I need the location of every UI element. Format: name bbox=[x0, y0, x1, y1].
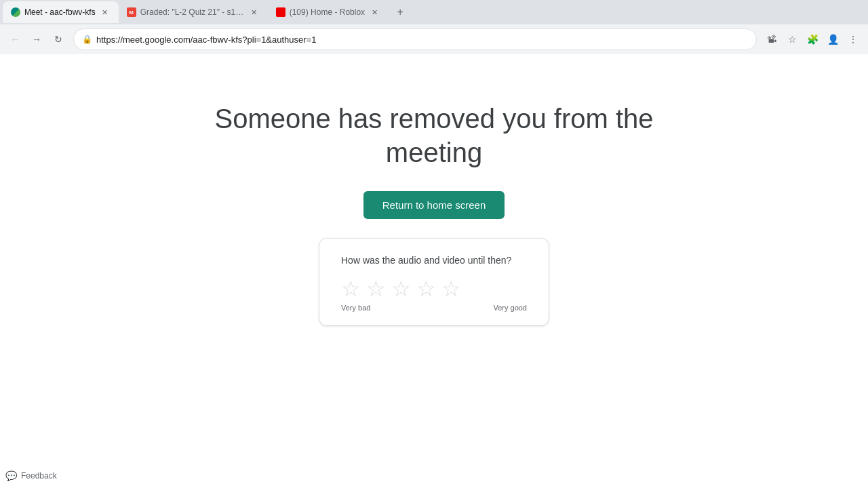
url-text: https://meet.google.com/aac-fbwv-kfs?pli… bbox=[96, 35, 316, 45]
bookmark-button[interactable]: ☆ bbox=[783, 30, 802, 49]
gmail-favicon: M bbox=[127, 7, 136, 17]
meet-tab-close[interactable]: ✕ bbox=[100, 7, 111, 18]
star-labels: Very bad Very good bbox=[341, 304, 527, 312]
roblox-favicon bbox=[276, 7, 285, 17]
feedback-card: How was the audio and video until then? … bbox=[319, 238, 549, 326]
star-5[interactable]: ☆ bbox=[441, 278, 461, 300]
lock-icon: 🔒 bbox=[82, 35, 92, 44]
roblox-tab-title: (109) Home - Roblox bbox=[290, 7, 365, 17]
reload-button[interactable]: ↻ bbox=[49, 30, 68, 49]
star-4[interactable]: ☆ bbox=[416, 278, 436, 300]
browser-chrome: Meet - aac-fbwv-kfs ✕ M Graded: "L-2 Qui… bbox=[0, 0, 868, 54]
tab-bar: Meet - aac-fbwv-kfs ✕ M Graded: "L-2 Qui… bbox=[0, 0, 868, 24]
meet-favicon bbox=[11, 7, 20, 17]
meet-tab-title: Meet - aac-fbwv-kfs bbox=[24, 7, 96, 17]
address-bar-row: ← → ↻ 🔒 https://meet.google.com/aac-fbwv… bbox=[0, 24, 868, 54]
label-very-bad: Very bad bbox=[341, 304, 370, 312]
new-tab-button[interactable]: + bbox=[391, 3, 410, 22]
star-1[interactable]: ☆ bbox=[341, 278, 361, 300]
return-home-button[interactable]: Return to home screen bbox=[363, 191, 505, 219]
roblox-tab[interactable]: (109) Home - Roblox ✕ bbox=[268, 1, 388, 23]
menu-button[interactable]: ⋮ bbox=[844, 30, 863, 49]
page-content: Someone has removed you from the meeting… bbox=[0, 54, 868, 488]
profiles-button[interactable]: 👤 bbox=[823, 30, 842, 49]
feedback-bar[interactable]: 💬 Feedback bbox=[0, 464, 136, 488]
gmail-tab-close[interactable]: ✕ bbox=[249, 7, 260, 18]
stars-row: ☆ ☆ ☆ ☆ ☆ bbox=[341, 278, 527, 300]
gmail-tab-title: Graded: "L-2 Quiz 21" - s181510 bbox=[140, 7, 245, 17]
toolbar-right: 📽 ☆ 🧩 👤 ⋮ bbox=[762, 30, 863, 49]
star-3[interactable]: ☆ bbox=[391, 278, 411, 300]
address-bar[interactable]: 🔒 https://meet.google.com/aac-fbwv-kfs?p… bbox=[73, 28, 757, 50]
removed-message: Someone has removed you from the meeting bbox=[214, 102, 653, 169]
label-very-good: Very good bbox=[493, 304, 527, 312]
gmail-tab[interactable]: M Graded: "L-2 Quiz 21" - s181510 ✕ bbox=[119, 1, 268, 23]
cast-button[interactable]: 📽 bbox=[762, 30, 781, 49]
star-2[interactable]: ☆ bbox=[366, 278, 386, 300]
forward-button[interactable]: → bbox=[27, 30, 46, 49]
feedback-label: Feedback bbox=[21, 471, 57, 481]
feedback-question: How was the audio and video until then? bbox=[341, 255, 527, 266]
back-button[interactable]: ← bbox=[5, 30, 24, 49]
feedback-icon: 💬 bbox=[5, 470, 17, 481]
removed-line2: meeting bbox=[386, 138, 482, 167]
extensions-button[interactable]: 🧩 bbox=[803, 30, 822, 49]
roblox-tab-close[interactable]: ✕ bbox=[369, 7, 380, 18]
meet-tab[interactable]: Meet - aac-fbwv-kfs ✕ bbox=[3, 1, 119, 23]
removed-line1: Someone has removed you from the bbox=[214, 104, 653, 134]
